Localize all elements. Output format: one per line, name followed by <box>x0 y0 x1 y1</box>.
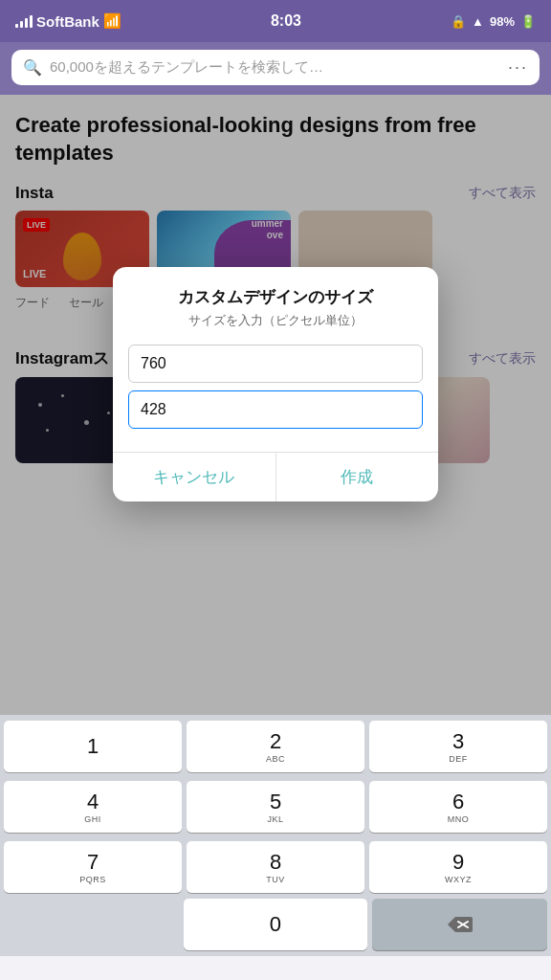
custom-size-dialog: カスタムデザインのサイズ サイズを入力（ピクセル単位） キャンセル 作成 <box>113 267 438 501</box>
dialog-subtitle: サイズを入力（ピクセル単位） <box>113 312 438 329</box>
search-icon: 🔍 <box>23 58 42 77</box>
key-2-letters: ABC <box>266 754 285 764</box>
search-bar-container: 🔍 60,000を超えるテンプレートを検索して… ··· <box>0 42 551 95</box>
key-5-letters: JKL <box>267 814 283 824</box>
key-empty <box>4 899 179 950</box>
key-4-num: 4 <box>87 791 99 813</box>
status-right: 🔒 ▲ 98% 🔋 <box>451 14 536 29</box>
numeric-keyboard: 1 2 ABC 3 DEF 4 GHI 5 JKL 6 MNO 7 PQRS <box>0 715 551 956</box>
status-bar: SoftBank 📶 8:03 🔒 ▲ 98% 🔋 <box>0 0 551 42</box>
dialog-buttons: キャンセル 作成 <box>113 452 438 501</box>
key-5[interactable]: 5 JKL <box>187 781 364 833</box>
keyboard-row-1: 1 2 ABC 3 DEF <box>0 715 551 775</box>
key-9-letters: WXYZ <box>445 875 472 884</box>
dialog-title: カスタムデザインのサイズ <box>113 286 438 308</box>
dialog-inputs <box>113 345 438 436</box>
key-3[interactable]: 3 DEF <box>369 721 547 772</box>
key-7-letters: PQRS <box>79 875 106 884</box>
battery-label: 98% <box>490 14 515 29</box>
status-left: SoftBank 📶 <box>15 12 121 30</box>
keyboard-row-4: 0 <box>0 896 551 956</box>
keyboard-row-3: 7 PQRS 8 TUV 9 WXYZ <box>0 835 551 896</box>
key-3-letters: DEF <box>449 754 468 764</box>
keyboard-row-2: 4 GHI 5 JKL 6 MNO <box>0 775 551 835</box>
wifi-icon: 📶 <box>103 12 121 30</box>
key-0-num: 0 <box>270 914 281 935</box>
key-4-letters: GHI <box>84 814 101 824</box>
create-button[interactable]: 作成 <box>276 453 439 501</box>
key-6-num: 6 <box>452 791 464 813</box>
key-0[interactable]: 0 <box>184 899 366 950</box>
key-7-num: 7 <box>87 852 99 873</box>
key-9-num: 9 <box>452 852 464 873</box>
key-9[interactable]: 9 WXYZ <box>369 841 547 893</box>
more-options-icon[interactable]: ··· <box>508 57 528 78</box>
key-7[interactable]: 7 PQRS <box>4 841 182 893</box>
signal-icon <box>15 14 33 28</box>
key-2[interactable]: 2 ABC <box>187 721 364 772</box>
battery-icon: 🔋 <box>520 14 536 29</box>
key-1[interactable]: 1 <box>4 721 182 772</box>
key-8-letters: TUV <box>266 875 285 884</box>
key-8[interactable]: 8 TUV <box>187 841 364 893</box>
location-icon: ▲ <box>472 14 484 29</box>
carrier-label: SoftBank <box>36 13 99 30</box>
content-wrapper: Create professional-looking designs from… <box>0 95 551 715</box>
key-4[interactable]: 4 GHI <box>4 781 182 833</box>
cancel-button[interactable]: キャンセル <box>113 453 276 501</box>
dialog-overlay: カスタムデザインのサイズ サイズを入力（ピクセル単位） キャンセル 作成 <box>0 95 551 715</box>
search-placeholder: 60,000を超えるテンプレートを検索して… <box>50 58 500 77</box>
key-delete[interactable] <box>372 899 547 950</box>
time-label: 8:03 <box>271 12 301 30</box>
key-5-num: 5 <box>270 791 281 813</box>
key-8-num: 8 <box>270 852 281 873</box>
key-6[interactable]: 6 MNO <box>369 781 547 833</box>
lock-icon: 🔒 <box>451 14 466 29</box>
key-6-letters: MNO <box>448 814 470 824</box>
key-3-num: 3 <box>452 731 464 752</box>
delete-icon <box>446 915 473 934</box>
key-1-num: 1 <box>87 736 99 757</box>
search-field[interactable]: 🔍 60,000を超えるテンプレートを検索して… ··· <box>11 50 540 85</box>
height-input[interactable] <box>128 390 423 429</box>
key-2-num: 2 <box>270 731 281 752</box>
width-input[interactable] <box>128 345 423 383</box>
